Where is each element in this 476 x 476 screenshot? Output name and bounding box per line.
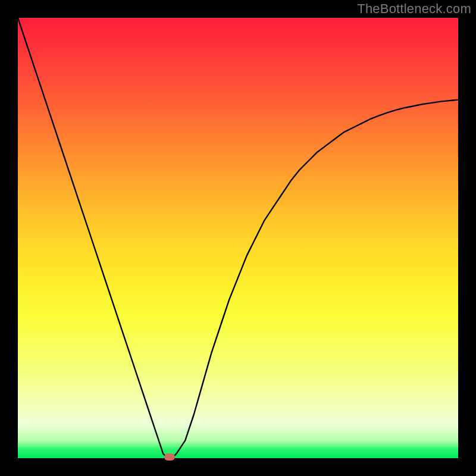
bottleneck-curve: [18, 18, 458, 458]
chart-frame: TheBottleneck.com: [0, 0, 476, 476]
watermark-text: TheBottleneck.com: [357, 1, 471, 17]
minimum-marker: [164, 453, 175, 461]
